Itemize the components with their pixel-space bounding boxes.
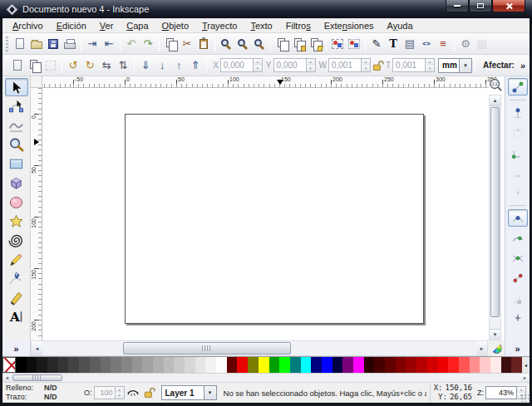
color-swatch-8[interactable] (101, 357, 111, 373)
toolbox-overflow-button[interactable]: » (11, 344, 21, 354)
snap-midpoints-button[interactable] (508, 309, 528, 326)
y-spinner[interactable]: ▴▾ (307, 58, 316, 72)
box3d-tool-button[interactable] (5, 174, 28, 192)
ungroup-button[interactable] (346, 35, 362, 52)
open-document-button[interactable] (28, 35, 45, 52)
color-swatch-47[interactable] (511, 357, 522, 373)
color-swatch-27[interactable] (301, 357, 312, 373)
color-swatch-2[interactable] (37, 357, 47, 373)
align-dialog-button[interactable]: ≡ (435, 35, 451, 52)
horizontal-scrollbar[interactable]: ◄ ► (31, 340, 488, 356)
color-swatch-28[interactable] (311, 357, 322, 373)
snap-bbox-corners-button[interactable] (508, 144, 528, 161)
color-swatch-45[interactable] (490, 357, 501, 373)
vertical-scrollbar[interactable]: ▲ ▼ (489, 95, 501, 340)
select-all-layers-button[interactable] (26, 56, 42, 74)
color-swatch-41[interactable] (448, 357, 459, 373)
print-document-button[interactable] (62, 35, 78, 52)
color-swatch-24[interactable] (269, 357, 280, 373)
select-all-button[interactable] (9, 56, 26, 74)
magnifier-corner-icon[interactable]: 1:1 (488, 77, 503, 94)
color-swatch-19[interactable] (216, 357, 227, 373)
fill-stroke-indicator[interactable]: Relleno:N/D Trazo:N/D (6, 384, 79, 402)
lock-ratio-toggle[interactable] (372, 57, 385, 74)
swatch-none[interactable] (2, 357, 16, 373)
color-swatch-39[interactable] (427, 357, 438, 373)
menu-ver[interactable]: Ver (93, 20, 121, 32)
menu-trayecto[interactable]: Trayecto (195, 20, 244, 32)
layer-lock-toggle[interactable] (141, 384, 158, 401)
color-swatch-29[interactable] (322, 357, 332, 373)
redo-button[interactable]: ↷ (140, 35, 156, 52)
menu-capa[interactable]: Capa (120, 20, 155, 32)
unlink-clone-button[interactable] (307, 35, 323, 52)
snap-nodes-button[interactable] (508, 209, 528, 227)
layer-visibility-toggle[interactable] (125, 384, 141, 401)
preferences-button[interactable]: ⚙ (457, 35, 474, 52)
palette-scroll-left-icon[interactable]: ◄ (522, 357, 530, 373)
zoom-input[interactable]: 43% (485, 386, 517, 399)
menu-filtros[interactable]: Filtros (279, 20, 318, 32)
color-swatch-25[interactable] (279, 357, 290, 373)
color-swatch-7[interactable] (90, 357, 101, 373)
color-swatch-14[interactable] (164, 357, 175, 373)
titlebar[interactable]: Documento nuevo 4 - Inkscape (0, 0, 532, 18)
rectangle-tool-button[interactable] (5, 154, 28, 173)
snapbar-overflow-button[interactable]: » (512, 344, 522, 354)
color-swatch-20[interactable] (227, 357, 238, 373)
calligraphy-tool-button[interactable] (5, 288, 28, 306)
toolbar-grip[interactable] (6, 37, 8, 51)
duplicate-button[interactable] (273, 35, 290, 52)
height-input[interactable]: 0,001 (392, 58, 426, 72)
color-swatch-36[interactable] (396, 357, 406, 373)
color-swatch-10[interactable] (121, 357, 132, 373)
lower-one-step-button[interactable]: ↓ (154, 56, 170, 74)
ellipse-tool-button[interactable] (5, 193, 28, 211)
horizontal-scroll-thumb[interactable] (123, 342, 292, 355)
xml-editor-button[interactable]: <> (418, 35, 435, 52)
palette-scroll-thumb[interactable] (12, 374, 62, 381)
scroll-right-arrow[interactable]: ► (476, 341, 487, 355)
horizontal-ruler[interactable]: -50050100150200250300350 (42, 76, 489, 88)
height-spinner[interactable]: ▴▾ (426, 58, 435, 72)
color-swatch-1[interactable] (27, 357, 37, 373)
star-tool-button[interactable] (5, 212, 28, 230)
color-swatch-13[interactable] (153, 357, 164, 373)
close-button[interactable] (492, 0, 525, 12)
enable-snapping-button[interactable] (508, 78, 528, 95)
color-swatch-9[interactable] (111, 357, 121, 373)
paste-button[interactable] (195, 35, 212, 52)
snap-path-intersections-button[interactable] (508, 249, 528, 267)
color-swatch-17[interactable] (195, 357, 206, 373)
color-swatch-46[interactable] (501, 357, 512, 373)
vertical-ruler[interactable]: 050100150200 (31, 88, 42, 340)
color-swatch-42[interactable] (459, 357, 470, 373)
rotate-ccw-button[interactable]: ↺ (65, 56, 81, 74)
color-swatch-11[interactable] (132, 357, 143, 373)
y-input[interactable]: 0,000 (273, 58, 307, 72)
color-swatch-3[interactable] (47, 357, 58, 373)
copy-button[interactable] (162, 35, 179, 52)
color-management-icon[interactable] (491, 343, 502, 354)
opacity-input[interactable]: 100 (94, 386, 116, 399)
canvas[interactable] (42, 88, 489, 340)
color-swatch-31[interactable] (342, 357, 353, 373)
color-swatch-0[interactable] (16, 357, 27, 373)
bezier-tool-button[interactable] (5, 269, 28, 287)
layer-selector[interactable]: Layer 1 ▼ (161, 385, 217, 400)
scroll-down-arrow[interactable]: ▼ (490, 329, 500, 340)
color-swatch-43[interactable] (470, 357, 480, 373)
export-button[interactable]: ⇤ (101, 35, 117, 52)
save-document-button[interactable] (45, 35, 62, 52)
color-swatch-44[interactable] (480, 357, 490, 373)
layers-dialog-button[interactable]: ▤ (401, 35, 418, 52)
snap-cusp-nodes-button[interactable] (508, 269, 528, 286)
import-button[interactable]: ⇥ (84, 35, 101, 52)
menu-edición[interactable]: Edición (50, 20, 93, 32)
zoom-to-drawing-button[interactable] (234, 35, 251, 52)
raise-one-step-button[interactable]: ↑ (170, 56, 187, 74)
menu-extensiones[interactable]: Extensiones (318, 20, 381, 32)
palette-scroll-right-arrow[interactable]: ► (520, 374, 530, 382)
scroll-up-arrow[interactable]: ▲ (490, 95, 500, 106)
rotate-cw-button[interactable]: ↻ (81, 56, 98, 74)
